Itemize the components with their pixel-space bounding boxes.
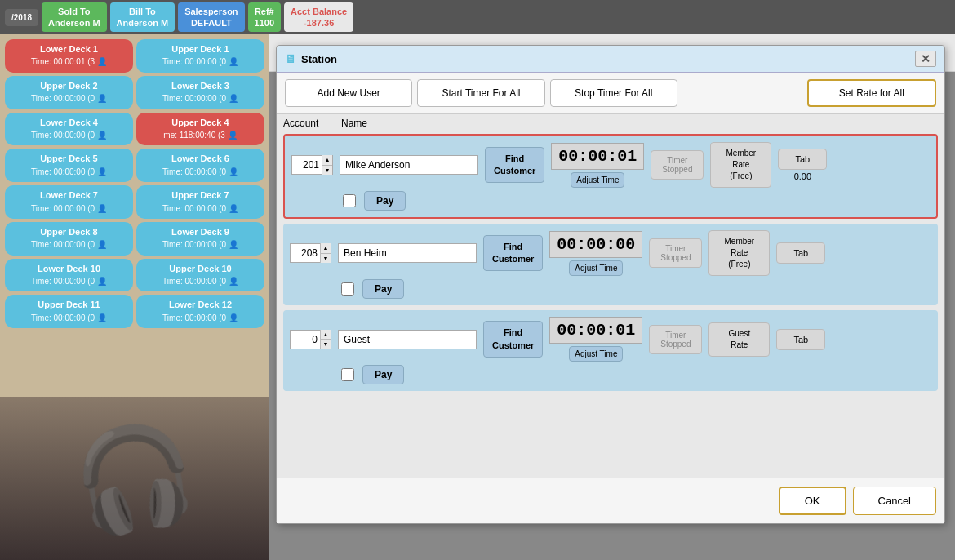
row-3-spin-up[interactable]: ▲ <box>320 330 331 340</box>
row-1-pay-btn[interactable]: Pay <box>364 191 406 211</box>
row-2-spin-col: ▲ ▼ <box>320 243 331 263</box>
column-headers: Account Name <box>277 114 944 129</box>
row-1-pay-checkbox[interactable] <box>343 194 356 207</box>
row-1-timer-display: 00:00:01 <box>551 143 644 170</box>
row-1-tab-value: 0.00 <box>794 171 811 181</box>
row-1-spin-dn[interactable]: ▼ <box>322 166 332 176</box>
row-3-timer-stopped: TimerStopped <box>649 325 702 354</box>
account-header: Account <box>283 118 328 129</box>
row-3-rate-btn[interactable]: GuestRate <box>708 322 770 357</box>
row-1-rate-btn[interactable]: MemberRate(Free) <box>710 142 771 188</box>
set-rate-for-all-button[interactable]: Set Rate for All <box>807 79 936 107</box>
row-3-pay-checkbox[interactable] <box>341 368 354 381</box>
stop-timer-for-all-button[interactable]: Stop Timer For All <box>550 79 677 107</box>
row-2-rate-btn[interactable]: MemberRate(Free) <box>708 230 770 276</box>
row-2-account-box: ▲ ▼ <box>290 243 331 263</box>
row-2-tab-group: Tab <box>776 242 825 264</box>
cancel-button[interactable]: Cancel <box>853 487 936 515</box>
upper-deck-11-btn[interactable]: Upper Deck 11Time: 00:00:00 (0 👤 <box>5 295 133 328</box>
row-1-timer-col: 00:00:01 Adjust Time <box>551 143 644 188</box>
row-2-find-customer-btn[interactable]: FindCustomer <box>483 235 543 272</box>
add-new-user-button[interactable]: Add New User <box>285 79 412 107</box>
upper-deck-4-btn[interactable]: Upper Deck 4me: 118:00:40 (3 👤 <box>136 113 264 146</box>
row-3-account-box: ▲ ▼ <box>290 330 331 349</box>
row-3-spin-dn[interactable]: ▼ <box>320 340 331 349</box>
row-3-name-input[interactable] <box>338 330 477 349</box>
row-3-timer-display: 00:00:01 <box>549 317 642 344</box>
station-dialog: 🖥 Station ✕ Add New User Start Timer For… <box>276 45 945 524</box>
upper-deck-10-btn[interactable]: Upper Deck 10Time: 00:00:00 (0 👤 <box>136 259 264 292</box>
row-2-account-input[interactable] <box>291 247 320 259</box>
customer-row-2: ▲ ▼ FindCustomer 00:00:00 Adjust Time Ti… <box>283 224 938 305</box>
row-3-account-input[interactable] <box>291 334 320 345</box>
row-3-timer-col: 00:00:01 Adjust Time <box>549 317 642 362</box>
dialog-content: ▲ ▼ FindCustomer 00:00:01 Adjust Time Ti… <box>277 129 944 478</box>
row-2-spin-dn[interactable]: ▼ <box>320 254 331 264</box>
start-timer-for-all-button[interactable]: Start Timer For All <box>417 79 544 107</box>
row-2-timer-col: 00:00:00 Adjust Time <box>549 231 642 276</box>
name-header: Name <box>341 118 480 129</box>
station-icon: 🖥 <box>285 52 296 65</box>
row-3-spin-col: ▲ ▼ <box>320 330 331 349</box>
salesperson-badge: SalespersonDEFAULT <box>178 2 244 33</box>
upper-deck-5-btn[interactable]: Upper Deck 5Time: 00:00:00 (0 👤 <box>5 149 133 182</box>
dialog-title-bar: 🖥 Station ✕ <box>277 46 944 73</box>
row-3-header: ▲ ▼ FindCustomer 00:00:01 Adjust Time Ti… <box>290 317 931 362</box>
upper-deck-1-btn[interactable]: Upper Deck 1Time: 00:00:00 (0 👤 <box>136 39 264 73</box>
row-1-name-input[interactable] <box>340 155 478 175</box>
row-2-account-group: ▲ ▼ <box>290 243 331 263</box>
row-3-sub: Pay <box>290 365 931 384</box>
top-bar: /2018 Sold ToAnderson M Bill ToAnderson … <box>0 0 955 34</box>
row-1-find-customer-btn[interactable]: FindCustomer <box>485 147 544 184</box>
row-2-spin-up[interactable]: ▲ <box>320 243 331 254</box>
bill-to-badge: Bill ToAnderson M <box>110 2 175 33</box>
row-1-spin-col: ▲ ▼ <box>322 155 332 175</box>
row-2-name-input[interactable] <box>338 243 477 263</box>
row-3-account-group: ▲ ▼ <box>290 330 331 349</box>
dialog-toolbar: Add New User Start Timer For All Stop Ti… <box>277 73 944 114</box>
row-3-tab-group: Tab <box>776 329 825 350</box>
row-1-sub: Pay <box>291 191 930 211</box>
ok-button[interactable]: OK <box>779 487 846 515</box>
row-2-tab-btn[interactable]: Tab <box>776 242 825 264</box>
upper-deck-8-btn[interactable]: Upper Deck 8Time: 00:00:00 (0 👤 <box>5 222 133 256</box>
lower-deck-12-btn[interactable]: Lower Deck 12Time: 00:00:00 (0 👤 <box>136 295 264 328</box>
lower-deck-9-btn[interactable]: Lower Deck 9Time: 00:00:00 (0 👤 <box>136 222 264 256</box>
row-1-spin-up[interactable]: ▲ <box>322 155 332 166</box>
lower-deck-10-btn[interactable]: Lower Deck 10Time: 00:00:00 (0 👤 <box>5 259 133 292</box>
row-1-adjust-time-btn[interactable]: Adjust Time <box>571 172 624 188</box>
dialog-footer: OK Cancel <box>277 478 944 523</box>
row-1-timer-stopped: TimerStopped <box>651 150 704 180</box>
lower-deck-3-btn[interactable]: Lower Deck 3Time: 00:00:00 (0 👤 <box>136 76 264 109</box>
customer-row-3: ▲ ▼ FindCustomer 00:00:01 Adjust Time Ti… <box>283 310 938 391</box>
lower-deck-4-btn[interactable]: Lower Deck 4Time: 00:00:00 (0 👤 <box>5 113 133 146</box>
row-3-adjust-time-btn[interactable]: Adjust Time <box>569 346 623 362</box>
row-2-timer-display: 00:00:00 <box>549 231 642 258</box>
row-1-account-box: ▲ ▼ <box>291 155 333 175</box>
lower-deck-1-btn[interactable]: Lower Deck 1Time: 00:00:01 (3 👤 <box>5 39 133 73</box>
lower-deck-6-btn[interactable]: Lower Deck 6Time: 00:00:00 (0 👤 <box>136 149 264 182</box>
customer-row-1: ▲ ▼ FindCustomer 00:00:01 Adjust Time Ti… <box>283 134 938 219</box>
acct-balance-badge: Acct Balance-187.36 <box>284 2 353 33</box>
headphones-image: 🎧 <box>64 411 205 546</box>
row-3-tab-btn[interactable]: Tab <box>776 329 825 350</box>
row-2-timer-stopped: TimerStopped <box>649 238 702 268</box>
row-2-adjust-time-btn[interactable]: Adjust Time <box>569 260 623 276</box>
row-2-sub: Pay <box>290 279 931 299</box>
lower-deck-7-btn[interactable]: Lower Deck 7Time: 00:00:00 (0 👤 <box>5 185 133 219</box>
row-2-pay-btn[interactable]: Pay <box>362 279 404 299</box>
row-3-find-customer-btn[interactable]: FindCustomer <box>483 321 543 358</box>
row-1-header: ▲ ▼ FindCustomer 00:00:01 Adjust Time Ti… <box>291 142 930 188</box>
row-1-account-input[interactable] <box>292 159 322 171</box>
row-1-account-group: ▲ ▼ <box>291 155 333 175</box>
dialog-close-button[interactable]: ✕ <box>915 51 936 67</box>
upper-deck-7-btn[interactable]: Upper Deck 7Time: 00:00:00 (0 👤 <box>136 185 264 219</box>
dialog-title: 🖥 Station <box>285 52 337 65</box>
sold-to-badge: Sold ToAnderson M <box>42 2 107 33</box>
headphones-bg: 🎧 <box>0 397 269 560</box>
upper-deck-2-btn[interactable]: Upper Deck 2Time: 00:00:00 (0 👤 <box>5 76 133 109</box>
row-2-pay-checkbox[interactable] <box>341 282 354 296</box>
row-2-header: ▲ ▼ FindCustomer 00:00:00 Adjust Time Ti… <box>290 230 931 276</box>
row-1-tab-btn[interactable]: Tab <box>778 149 827 170</box>
row-3-pay-btn[interactable]: Pay <box>362 365 404 384</box>
